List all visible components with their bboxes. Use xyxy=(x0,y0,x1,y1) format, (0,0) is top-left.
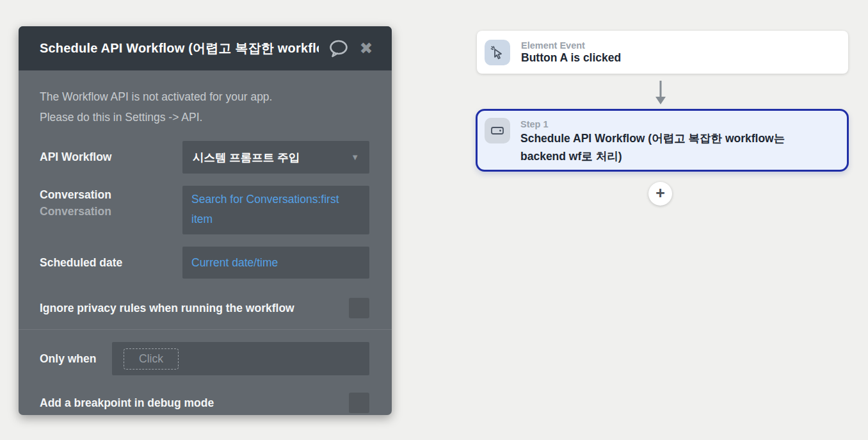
plus-icon: + xyxy=(655,185,665,201)
only-when-click-button[interactable]: Click xyxy=(124,348,179,370)
api-workflow-selected-value: 시스템 프롬프트 주입 xyxy=(193,150,300,165)
event-card-kind: Element Event xyxy=(521,40,621,51)
scheduled-date-label: Scheduled date xyxy=(40,256,182,270)
field-row-api-workflow: API Workflow 시스템 프롬프트 주입 ▼ xyxy=(40,141,369,174)
field-row-scheduled-date: Scheduled date Current date/time xyxy=(40,247,369,279)
api-workflow-label: API Workflow xyxy=(40,151,182,164)
api-warning-message: The Workflow API is not activated for yo… xyxy=(40,86,369,127)
api-warning-line1: The Workflow API is not activated for yo… xyxy=(40,86,369,107)
api-warning-line2: Please do this in Settings -> API. xyxy=(40,107,369,127)
workflow-editor: Schedule API Workflow (어렵고 복잡한 workflow는… xyxy=(0,0,868,440)
field-row-only-when: Only when Click xyxy=(40,342,369,375)
api-workflow-dropdown[interactable]: 시스템 프롬프트 주입 ▼ xyxy=(182,141,369,174)
backend-workflow-icon xyxy=(490,123,505,138)
cursor-click-icon xyxy=(490,45,505,60)
event-icon-box xyxy=(485,40,510,65)
ignore-privacy-label: Ignore privacy rules when running the wo… xyxy=(40,302,294,315)
event-card-text: Element Event Button A is clicked xyxy=(521,40,621,65)
field-row-conversation: Conversation Conversation Search for Con… xyxy=(40,186,369,234)
field-row-breakpoint: Add a breakpoint in debug mode xyxy=(40,393,369,413)
panel-title: Schedule API Workflow (어렵고 복잡한 workflow는… xyxy=(40,40,319,57)
conversation-label-group: Conversation Conversation xyxy=(40,186,182,234)
conversation-label: Conversation xyxy=(40,188,182,202)
speech-bubble-icon xyxy=(328,39,349,58)
scheduled-date-value-box[interactable]: Current date/time xyxy=(182,247,369,279)
ignore-privacy-checkbox[interactable] xyxy=(349,298,369,318)
section-divider xyxy=(19,329,392,330)
close-icon: ✖ xyxy=(360,39,373,58)
breakpoint-label: Add a breakpoint in debug mode xyxy=(40,396,214,410)
event-card-button-a-clicked[interactable]: Element Event Button A is clicked xyxy=(477,31,848,74)
only-when-input[interactable]: Click xyxy=(112,342,369,375)
only-when-label: Only when xyxy=(40,352,112,366)
comment-button[interactable] xyxy=(328,38,350,60)
panel-header: Schedule API Workflow (어렵고 복잡한 workflow는… xyxy=(19,26,392,70)
event-card-title: Button A is clicked xyxy=(521,51,621,65)
add-step-button[interactable]: + xyxy=(648,182,672,206)
step-card-text: Step 1 Schedule API Workflow (어렵고 복잡한 wo… xyxy=(520,119,805,165)
step-icon-box xyxy=(485,118,510,143)
scheduled-date-expression: Current date/time xyxy=(191,253,278,273)
step-card-title: Schedule API Workflow (어렵고 복잡한 workflow는… xyxy=(520,129,805,165)
panel-body: The Workflow API is not activated for yo… xyxy=(19,70,392,413)
field-row-ignore-privacy: Ignore privacy rules when running the wo… xyxy=(40,298,369,318)
action-properties-panel: Schedule API Workflow (어렵고 복잡한 workflow는… xyxy=(19,26,392,415)
chevron-down-icon: ▼ xyxy=(351,152,359,162)
close-button[interactable]: ✖ xyxy=(357,40,375,58)
conversation-sublabel: Conversation xyxy=(40,205,182,218)
conversation-expression: Search for Conversations:first item xyxy=(191,193,339,225)
flow-arrow-down-icon xyxy=(652,79,669,106)
conversation-value-box[interactable]: Search for Conversations:first item xyxy=(182,186,369,234)
step-card-schedule-api-workflow[interactable]: Step 1 Schedule API Workflow (어렵고 복잡한 wo… xyxy=(476,109,849,172)
breakpoint-checkbox[interactable] xyxy=(349,393,369,413)
step-card-kind: Step 1 xyxy=(520,119,805,129)
